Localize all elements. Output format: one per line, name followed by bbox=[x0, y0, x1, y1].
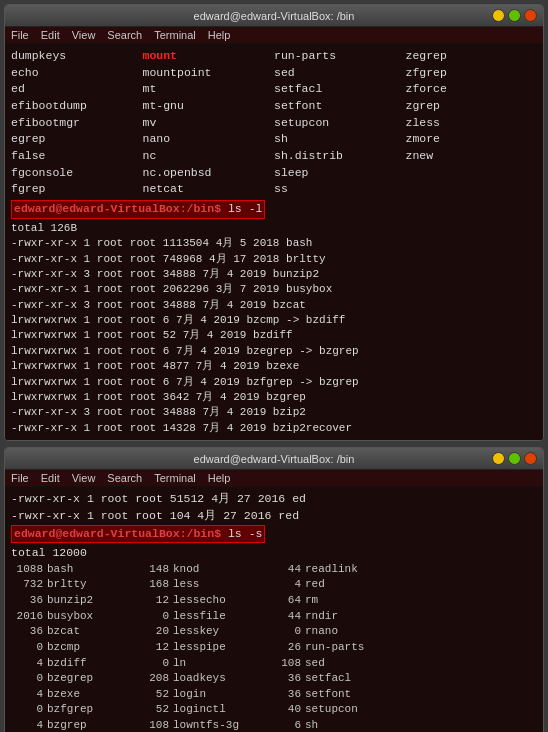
terminal-window-1: edward@edward-VirtualBox: /bin File Edit… bbox=[4, 4, 544, 441]
list-item: false bbox=[11, 148, 143, 165]
menu-bar-2: File Edit View Search Terminal Help bbox=[5, 470, 543, 487]
maximize-btn-2[interactable] bbox=[508, 452, 521, 465]
prev-line-1: -rwxr-xr-x 1 root root 51512 4月 27 2016 … bbox=[11, 491, 537, 508]
list-item: lrwxrwxrwx 1 root root 6 7月 4 2019 bzfgr… bbox=[11, 375, 537, 390]
list-item: ed bbox=[11, 81, 143, 98]
list-item: 36 bbox=[11, 593, 47, 609]
list-item: 732 bbox=[11, 577, 47, 593]
menu-terminal-1[interactable]: Terminal bbox=[154, 29, 196, 41]
window-buttons-1 bbox=[492, 9, 537, 22]
list-item: 208 bbox=[137, 671, 173, 687]
list-item: lrwxrwxrwx 1 root root 3642 7月 4 2019 bz… bbox=[11, 390, 537, 405]
list-item: login bbox=[173, 687, 269, 703]
list-item: 36 bbox=[269, 671, 305, 687]
list-item: lesskey bbox=[173, 624, 269, 640]
list-item: 64 bbox=[269, 593, 305, 609]
list-item: netcat bbox=[143, 181, 275, 198]
list-item: 26 bbox=[269, 640, 305, 656]
list-item: 1088 bbox=[11, 562, 47, 578]
minimize-btn-1[interactable] bbox=[492, 9, 505, 22]
list-item: knod bbox=[173, 562, 269, 578]
list-item: nc bbox=[143, 148, 275, 165]
cmd-text-1: ls -l bbox=[221, 202, 262, 215]
list-item: 52 bbox=[137, 702, 173, 718]
minimize-btn-2[interactable] bbox=[492, 452, 505, 465]
list-item: bunzip2 bbox=[47, 593, 137, 609]
list-item: zforce bbox=[406, 81, 538, 98]
list-item: rndir bbox=[305, 609, 395, 625]
menu-help-1[interactable]: Help bbox=[208, 29, 231, 41]
title-bar-2: edward@edward-VirtualBox: /bin bbox=[5, 448, 543, 470]
list-item: 52 bbox=[137, 687, 173, 703]
list-item: echo bbox=[11, 65, 143, 82]
list-item: 36 bbox=[269, 687, 305, 703]
list-item: bzcmp bbox=[47, 640, 137, 656]
list-item: busybox bbox=[47, 609, 137, 625]
list-item: lrwxrwxrwx 1 root root 4877 7月 4 2019 bz… bbox=[11, 359, 537, 374]
list-item: sh.distrib bbox=[274, 148, 406, 165]
list-item: sleep bbox=[274, 165, 406, 182]
list-item: 168 bbox=[137, 577, 173, 593]
menu-terminal-2[interactable]: Terminal bbox=[154, 472, 196, 484]
list-item: mountpoint bbox=[143, 65, 275, 82]
list-item: run-parts bbox=[274, 48, 406, 65]
list-item: lrwxrwxrwx 1 root root 6 7月 4 2019 bzcmp… bbox=[11, 313, 537, 328]
list-item: total 126B bbox=[11, 221, 537, 236]
menu-file-2[interactable]: File bbox=[11, 472, 29, 484]
list-item: setfacl bbox=[274, 81, 406, 98]
list-item: ln bbox=[173, 656, 269, 672]
list-item: zmore bbox=[406, 131, 538, 148]
list-item: nano bbox=[143, 131, 275, 148]
menu-file-1[interactable]: File bbox=[11, 29, 29, 41]
list-item: 20 bbox=[137, 624, 173, 640]
maximize-btn-1[interactable] bbox=[508, 9, 521, 22]
list-item: 0 bbox=[11, 702, 47, 718]
window-title-2: edward@edward-VirtualBox: /bin bbox=[194, 453, 355, 465]
menu-edit-2[interactable]: Edit bbox=[41, 472, 60, 484]
list-item: 44 bbox=[269, 562, 305, 578]
list-item: -rwxr-xr-x 1 root root 1113504 4月 5 2018… bbox=[11, 236, 537, 251]
menu-search-1[interactable]: Search bbox=[107, 29, 142, 41]
list-item: mt-gnu bbox=[143, 98, 275, 115]
list-item: 0 bbox=[269, 624, 305, 640]
list-item: sh bbox=[305, 718, 395, 732]
close-btn-2[interactable] bbox=[524, 452, 537, 465]
list-item: mv bbox=[143, 115, 275, 132]
menu-view-1[interactable]: View bbox=[72, 29, 96, 41]
command-input-1[interactable]: edward@edward-VirtualBox:/bin$ ls -l bbox=[11, 200, 265, 219]
command-grid-1: dumpkeys echo ed efibootdump efibootmgr … bbox=[11, 48, 537, 198]
list-item: setfacl bbox=[305, 671, 395, 687]
list-item: bzdiff bbox=[47, 656, 137, 672]
list-item: zegrep bbox=[406, 48, 538, 65]
prev-line-2: -rwxr-xr-x 1 root root 104 4月 27 2016 re… bbox=[11, 508, 537, 525]
list-item: efibootdump bbox=[11, 98, 143, 115]
col3: run-parts sed setfacl setfont setupcon s… bbox=[274, 48, 406, 198]
menu-view-2[interactable]: View bbox=[72, 472, 96, 484]
list-item: -rwxr-xr-x 3 root root 34888 7月 4 2019 b… bbox=[11, 298, 537, 313]
list-item: setfont bbox=[305, 687, 395, 703]
list-item: 0 bbox=[137, 609, 173, 625]
list-item: sed bbox=[274, 65, 406, 82]
menu-search-2[interactable]: Search bbox=[107, 472, 142, 484]
list-item: 0 bbox=[11, 671, 47, 687]
list-item: setfont bbox=[274, 98, 406, 115]
command-input-2[interactable]: edward@edward-VirtualBox:/bin$ ls -s bbox=[11, 525, 265, 544]
list-item: red bbox=[305, 577, 395, 593]
list-item: lrwxrwxrwx 1 root root 6 7月 4 2019 bzegr… bbox=[11, 344, 537, 359]
list-item: lessfile bbox=[173, 609, 269, 625]
list-item: 108 bbox=[269, 656, 305, 672]
prompt-text-2: edward@edward-VirtualBox:/bin$ bbox=[14, 527, 221, 540]
menu-edit-1[interactable]: Edit bbox=[41, 29, 60, 41]
prompt-line-1: edward@edward-VirtualBox:/bin$ ls -l bbox=[11, 200, 537, 219]
menu-help-2[interactable]: Help bbox=[208, 472, 231, 484]
list-item: -rwxr-xr-x 1 root root 748968 4月 17 2018… bbox=[11, 252, 537, 267]
list-item: 148 bbox=[137, 562, 173, 578]
window-title-1: edward@edward-VirtualBox: /bin bbox=[194, 10, 355, 22]
list-item: 44 bbox=[269, 609, 305, 625]
list-item: sh bbox=[274, 131, 406, 148]
list-item: znew bbox=[406, 148, 538, 165]
list-item: mt bbox=[143, 81, 275, 98]
list-item: zgrep bbox=[406, 98, 538, 115]
list-item: zless bbox=[406, 115, 538, 132]
close-btn-1[interactable] bbox=[524, 9, 537, 22]
